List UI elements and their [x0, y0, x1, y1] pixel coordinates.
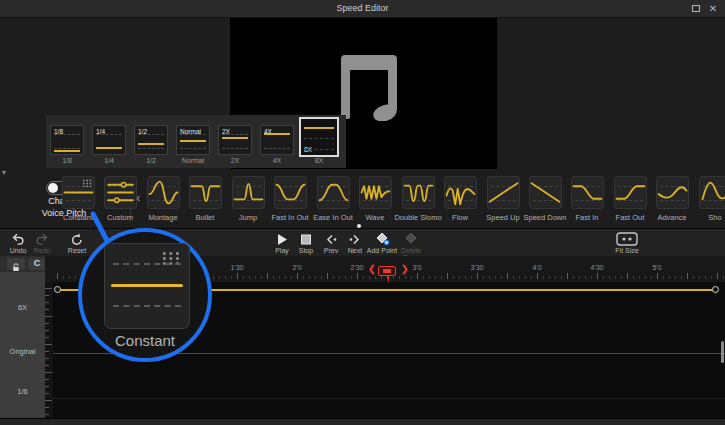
ruler-tick	[507, 273, 508, 279]
ruler-tick	[537, 273, 538, 279]
dashed-guide-line	[180, 134, 206, 135]
speed-preset-box: 1/2	[134, 125, 168, 155]
speed-preset-1-2[interactable]: 1/21/2	[130, 115, 172, 168]
ruler-tick	[669, 276, 670, 279]
ruler-tick	[279, 276, 280, 279]
speed-preset-Normal[interactable]: NormalNormal	[172, 115, 214, 168]
dashed-guide-line	[264, 148, 290, 149]
close-button[interactable]: ✕	[706, 3, 720, 15]
speed-level-line	[180, 140, 206, 142]
ruler-tick	[333, 276, 334, 279]
ruler-tick	[351, 276, 352, 279]
curve-thumbnail	[274, 176, 307, 209]
delete-point-icon	[393, 232, 429, 246]
ruler-tick	[615, 276, 616, 279]
redo-button[interactable]: Redo	[28, 231, 56, 256]
ruler-tick	[429, 276, 430, 279]
ruler-tick	[399, 276, 400, 279]
ruler-tick	[519, 276, 520, 279]
ruler-tick	[459, 276, 460, 279]
ruler-tick	[393, 276, 394, 279]
scale-tick	[45, 323, 49, 324]
curve-thumbnail	[487, 176, 520, 209]
speed-preset-1-8[interactable]: 1/81/8	[46, 115, 88, 168]
speed-preset-box: Normal	[176, 125, 210, 155]
curve-thumbnail	[104, 176, 137, 209]
speed-preset-2X[interactable]: 2X2X	[214, 115, 256, 168]
reset-icon	[63, 232, 91, 246]
marker-step-forward-button[interactable]: ❯	[401, 264, 409, 274]
scale-tick	[45, 302, 49, 303]
curve-shape-icon	[530, 177, 561, 208]
scale-tick	[45, 288, 52, 289]
ruler-tick	[609, 276, 610, 279]
speed-level-line	[96, 147, 122, 149]
ruler-tick	[417, 273, 418, 279]
ruler-tick	[657, 273, 658, 279]
curve-mode-button[interactable]: C	[28, 258, 46, 270]
scale-tick	[45, 337, 49, 338]
scale-tick	[45, 393, 49, 394]
fit-size-icon	[610, 232, 644, 246]
ruler-tick	[651, 276, 652, 279]
curve-shape-icon	[488, 177, 519, 208]
curve-preset-sho[interactable]: Sho	[699, 176, 725, 226]
curve-shape-icon	[105, 177, 136, 208]
speed-preset-8X[interactable]: 8X8X	[298, 115, 340, 168]
reset-button[interactable]: Reset	[63, 231, 91, 256]
speed-level-line	[304, 127, 334, 129]
vertical-scrollbar-thumb[interactable]	[721, 341, 724, 363]
playhead-marker-fill	[383, 269, 391, 273]
ruler-label: 3'30	[462, 264, 492, 271]
ruler-tick	[483, 276, 484, 279]
ruler-tick	[465, 276, 466, 279]
ruler-tick	[549, 276, 550, 279]
maximize-button[interactable]	[689, 3, 703, 15]
ruler-tick	[543, 276, 544, 279]
ruler-tick	[225, 276, 226, 279]
ruler-tick	[645, 276, 646, 279]
ruler-label: 2'0	[282, 264, 312, 271]
speed-scale-ticks	[45, 282, 53, 418]
ruler-tick	[693, 276, 694, 279]
curve-start-point[interactable]	[54, 286, 61, 293]
ruler-tick	[315, 276, 316, 279]
ruler-tick	[597, 273, 598, 279]
ruler-tick	[477, 273, 478, 279]
callout-label: Constant	[85, 332, 205, 349]
ruler-label: 4'0	[522, 264, 552, 271]
ruler-tick	[291, 276, 292, 279]
scale-tick	[45, 379, 49, 380]
lock-button[interactable]	[7, 258, 25, 270]
delete-point-button[interactable]: Delete Point	[393, 231, 429, 256]
curve-shape-icon	[318, 177, 349, 208]
ruler-tick	[555, 276, 556, 279]
speed-preset-box: 2X	[218, 125, 252, 155]
scale-tick	[45, 358, 49, 359]
curve-shape-icon	[445, 177, 476, 208]
speed-preset-1-4[interactable]: 1/41/4	[88, 115, 130, 168]
ruler-tick	[63, 276, 64, 279]
fit-size-button[interactable]: Fit Size	[610, 231, 644, 256]
scale-tick	[45, 407, 49, 408]
marker-step-back-button[interactable]: ❮	[368, 264, 376, 274]
ruler-tick	[579, 276, 580, 279]
scale-tick	[45, 372, 52, 373]
grid-dots-icon	[82, 179, 92, 187]
lock-icon	[12, 263, 20, 272]
speed-preset-4X[interactable]: 4X4X	[256, 115, 298, 168]
speed-preset-box: 8X	[299, 117, 339, 157]
ruler-tick	[255, 276, 256, 279]
music-note-icon	[341, 55, 397, 121]
constant-speed-line	[111, 284, 183, 287]
ruler-tick	[675, 276, 676, 279]
curve-shape-icon	[148, 177, 179, 208]
playhead-marker[interactable]	[378, 266, 396, 276]
curve-thumbnail	[571, 176, 604, 209]
scale-tick	[45, 330, 49, 331]
window-title: Speed Editor	[0, 3, 725, 13]
scale-tick	[45, 365, 49, 366]
curve-end-point[interactable]	[712, 286, 719, 293]
scale-label-6x: 6X	[0, 303, 45, 312]
collapse-caret-icon[interactable]: ▾	[2, 168, 6, 177]
